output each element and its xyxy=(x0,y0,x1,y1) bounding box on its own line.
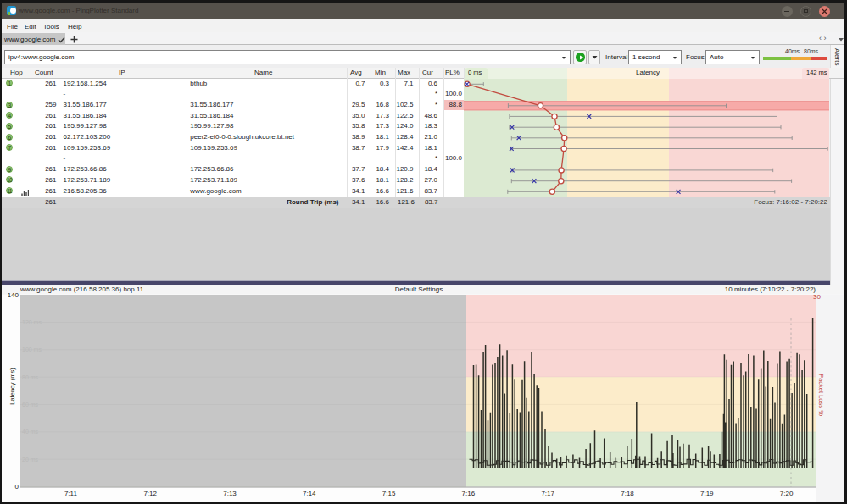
svg-text:7:18: 7:18 xyxy=(621,490,634,497)
svg-text:7:14: 7:14 xyxy=(303,490,316,497)
svg-text:30: 30 xyxy=(813,293,821,301)
svg-text:Default Settings: Default Settings xyxy=(395,285,443,293)
svg-text:100 ms: 100 ms xyxy=(22,346,42,352)
svg-text:7:17: 7:17 xyxy=(541,490,554,497)
svg-text:20 ms: 20 ms xyxy=(22,457,39,462)
svg-text:7:11: 7:11 xyxy=(64,490,78,497)
svg-text:7:19: 7:19 xyxy=(700,490,714,497)
svg-text:www.google.com (216.58.205.36): www.google.com (216.58.205.36) hop 11 xyxy=(20,285,144,293)
svg-text:140: 140 xyxy=(8,291,20,299)
svg-text:Packet Loss %: Packet Loss % xyxy=(817,374,825,416)
svg-text:7:13: 7:13 xyxy=(223,490,237,497)
svg-text:7:15: 7:15 xyxy=(382,490,396,497)
svg-text:80 ms: 80 ms xyxy=(22,374,39,380)
svg-text:60 ms: 60 ms xyxy=(22,402,39,407)
svg-text:40 ms: 40 ms xyxy=(22,429,39,435)
svg-text:Latency (ms): Latency (ms) xyxy=(8,368,16,405)
svg-text:7:16: 7:16 xyxy=(462,490,476,497)
svg-text:0: 0 xyxy=(15,483,20,490)
svg-text:10 minutes (7:10:22 - 7:20:22): 10 minutes (7:10:22 - 7:20:22) xyxy=(725,285,816,293)
svg-text:120 ms: 120 ms xyxy=(22,319,42,325)
svg-text:7:12: 7:12 xyxy=(143,490,157,497)
svg-text:7:20: 7:20 xyxy=(780,490,794,497)
